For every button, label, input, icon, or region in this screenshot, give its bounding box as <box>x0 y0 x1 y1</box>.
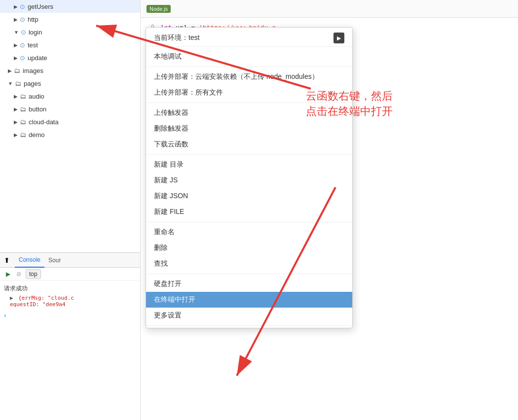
tabs-bar: ⬆ Console Sour <box>0 253 140 268</box>
menu-item-open-disk[interactable]: 硬盘打开 <box>146 276 352 292</box>
arrow-icon: ▶ <box>14 132 18 138</box>
menu-section-5: 重命名 删除 查找 <box>146 222 352 274</box>
code-header: Node.js <box>141 0 518 18</box>
menu-section-2: 上传并部署：云端安装依赖（不上传 node_modules） 上传并部署：所有文… <box>146 67 352 103</box>
menu-item-delete[interactable]: 删除 <box>146 240 352 256</box>
arrow-icon: ▶ <box>14 4 18 9</box>
sidebar-item-label: http <box>28 16 38 23</box>
sidebar-item-audio[interactable]: ▶ 🗂 audio <box>0 90 140 103</box>
arrow-icon: ▶ <box>14 42 18 48</box>
top-selector[interactable]: top <box>26 269 41 279</box>
sidebar-item-demo[interactable]: ▶ 🗂 demo <box>0 128 140 141</box>
sidebar-item-pages[interactable]: ▼ 🗂 pages <box>0 77 140 90</box>
sidebar-item-label: audio <box>29 93 44 100</box>
sidebar-item-label: pages <box>24 80 41 87</box>
cloud-icon: ⊙ <box>21 29 26 36</box>
menu-header: 当前环境：test ▶ <box>146 30 352 47</box>
console-toolbar: ▶ ⊘ top <box>0 268 140 280</box>
menu-item-more-settings[interactable]: 更多设置 <box>146 308 352 323</box>
cloud-icon: ⊙ <box>20 54 25 62</box>
sidebar-item-update[interactable]: ▶ ⊙ update <box>0 51 140 64</box>
sidebar-item-login[interactable]: ▼ ⊙ login <box>0 26 140 38</box>
nodejs-badge: Node.js <box>147 5 171 13</box>
menu-item-new-json[interactable]: 新建 JSON <box>146 188 352 204</box>
menu-item-upload-trigger[interactable]: 上传触发器 <box>146 105 352 121</box>
tab-sources-label: Sour <box>48 257 61 264</box>
cloud-icon: ⊙ <box>20 16 25 23</box>
arrow-icon: ▶ <box>14 119 18 125</box>
sidebar-item-label: login <box>29 29 42 36</box>
menu-header-text: 当前环境：test <box>154 34 200 42</box>
folder-icon: 🗂 <box>15 80 21 87</box>
cursor-icon: ⬆ <box>4 256 12 264</box>
menu-section-1: 本地调试 <box>146 47 352 67</box>
folder-icon: 🗂 <box>20 93 26 100</box>
menu-item-new-file[interactable]: 新建 FILE <box>146 204 352 220</box>
expand-arrow-icon: ▶ <box>10 295 13 301</box>
arrow-icon: ▼ <box>8 81 13 86</box>
tab-sources[interactable]: Sour <box>44 253 65 268</box>
bottom-panel: ⬆ Console Sour ▶ ⊘ top 请求成功 ▶ {errMsg: "… <box>0 252 141 420</box>
sidebar-item-test[interactable]: ▶ ⊙ test <box>0 38 140 51</box>
sidebar-item-label: update <box>28 54 47 62</box>
sidebar-item-label: test <box>28 41 38 49</box>
folder-icon: 🗂 <box>20 118 26 126</box>
sidebar-item-label: cloud-data <box>29 118 59 126</box>
menu-item-rename[interactable]: 重命名 <box>146 224 352 240</box>
menu-item-upload-deploy-all[interactable]: 上传并部署：所有文件 <box>146 85 352 101</box>
arrow-icon: ▶ <box>14 106 18 112</box>
sidebar: ▶ ⊙ getUsers ▶ ⊙ http ▼ ⊙ login ▶ ⊙ test… <box>0 0 141 420</box>
arrow-icon: ▶ <box>14 94 18 99</box>
folder-icon: 🗂 <box>14 67 20 74</box>
sidebar-item-getusers[interactable]: ▶ ⊙ getUsers <box>0 0 140 13</box>
arrow-icon: ▶ <box>8 68 12 73</box>
menu-item-find[interactable]: 查找 <box>146 256 352 272</box>
menu-item-download-func[interactable]: 下载云函数 <box>146 137 352 152</box>
console-content: 请求成功 ▶ {errMsg: "cloud.c equestID: "dee9… <box>0 280 140 323</box>
menu-item-new-js[interactable]: 新建 JS <box>146 173 352 188</box>
run-button[interactable]: ▶ <box>333 33 344 43</box>
arrow-icon: ▼ <box>14 30 19 35</box>
menu-section-3: 上传触发器 删除触发器 下载云函数 <box>146 103 352 155</box>
sidebar-item-http[interactable]: ▶ ⊙ http <box>0 13 140 26</box>
cloud-icon: ⊙ <box>20 3 25 10</box>
folder-icon: 🗂 <box>20 105 26 113</box>
menu-item-upload-deploy-cloud[interactable]: 上传并部署：云端安装依赖（不上传 node_modules） <box>146 69 352 85</box>
menu-item-delete-trigger[interactable]: 删除触发器 <box>146 121 352 137</box>
console-success-msg: 请求成功 <box>4 284 136 293</box>
menu-item-new-dir[interactable]: 新建 目录 <box>146 157 352 173</box>
ban-button[interactable]: ⊘ <box>15 270 23 278</box>
tab-console-label: Console <box>19 256 40 263</box>
menu-section-4: 新建 目录 新建 JS 新建 JSON 新建 FILE <box>146 155 352 222</box>
context-menu: 当前环境：test ▶ 本地调试 上传并部署：云端安装依赖（不上传 node_m… <box>146 27 353 328</box>
cloud-icon: ⊙ <box>20 41 25 49</box>
menu-item-local-debug[interactable]: 本地调试 <box>146 49 352 65</box>
sidebar-item-label: demo <box>29 131 45 139</box>
sidebar-item-cloud-data[interactable]: ▶ 🗂 cloud-data <box>0 115 140 128</box>
arrow-icon: ▶ <box>14 55 18 61</box>
sidebar-item-button[interactable]: ▶ 🗂 button <box>0 103 140 115</box>
sidebar-item-images[interactable]: ▶ 🗂 images <box>0 64 140 77</box>
arrow-icon: ▶ <box>14 17 18 22</box>
console-obj-line1: ▶ {errMsg: "cloud.c <box>4 295 136 301</box>
console-prompt-icon: › <box>4 312 6 319</box>
tab-console[interactable]: Console <box>15 253 44 268</box>
console-obj-line2: equestID: "dee9a4 <box>4 301 136 308</box>
menu-section-6: 硬盘打开 在终端中打开 更多设置 <box>146 274 352 326</box>
menu-item-open-terminal[interactable]: 在终端中打开 <box>146 292 352 308</box>
play-button[interactable]: ▶ <box>4 270 12 278</box>
sidebar-item-label: images <box>23 67 43 74</box>
folder-icon: 🗂 <box>20 131 26 139</box>
sidebar-item-label: getUsers <box>28 3 53 10</box>
sidebar-item-label: button <box>29 105 46 113</box>
